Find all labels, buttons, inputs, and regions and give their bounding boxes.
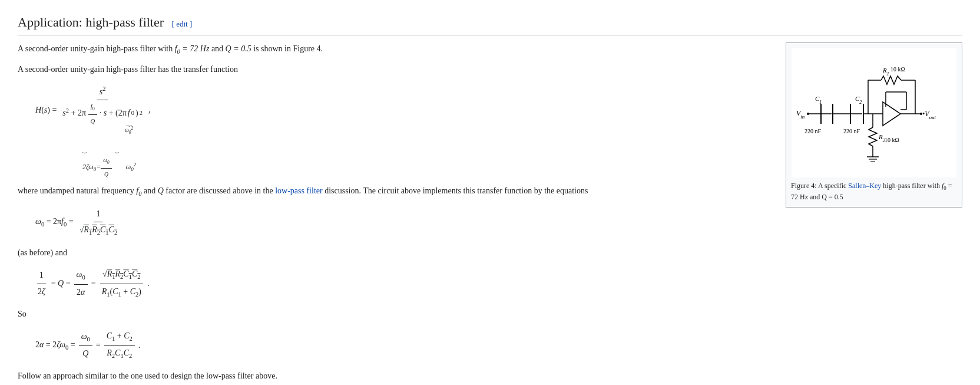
main-layout: A second-order unity-gain high-pass filt…: [18, 42, 962, 385]
section-title: Application: high-pass filter: [18, 15, 164, 29]
circuit-diagram: Vin C1 C2 •Vout: [792, 48, 956, 177]
as-before-text: (as before) and: [18, 246, 774, 259]
svg-text:220 nF: 220 nF: [804, 128, 822, 134]
paragraph-2: A second-order unity-gain high-pass filt…: [18, 63, 774, 76]
svg-rect-0: [792, 48, 956, 177]
figure-caption: Figure 4: A specific Sallen–Key high-pas…: [791, 181, 957, 202]
section-heading: Application: high-pass filter [ edit ]: [18, 12, 962, 35]
edit-link[interactable]: [ edit ]: [172, 19, 193, 28]
follow-paragraph: Follow an approach similar to the one us…: [18, 370, 774, 383]
transfer-function: H(s) = s2 s2 + 2π f0 Q · s + (2πf0)2 ⏟ ω…: [35, 84, 774, 136]
svg-text:10 kΩ: 10 kΩ: [885, 137, 899, 143]
where-paragraph: where undamped natural frequency f0 and …: [18, 185, 774, 199]
svg-text:10 kΩ: 10 kΩ: [890, 66, 905, 73]
content-area: A second-order unity-gain high-pass filt…: [18, 42, 774, 385]
low-pass-link[interactable]: low-pass filter: [275, 186, 322, 195]
tf-fraction: s2 s2 + 2π f0 Q · s + (2πf0)2 ⏟ ω02: [60, 84, 145, 136]
svg-point-2: [807, 113, 809, 115]
paragraph-1: A second-order unity-gain high-pass filt…: [18, 42, 774, 57]
omega-equation: ω0 = 2πf0 = 1 √R1R2C1C2: [35, 208, 774, 238]
svg-text:220 nF: 220 nF: [843, 128, 860, 134]
q-equation: 1 2ζ = Q = ω0 2α = √R1R2C1C2 R1(C1 + C2)…: [35, 268, 774, 300]
figure-box: Vin C1 C2 •Vout: [786, 42, 962, 208]
so-text: So: [18, 308, 774, 321]
sallen-key-link[interactable]: Sallen–Key: [848, 182, 881, 190]
underbrace-labels: ⏟ ⏟ 2ζω0=ω0Q ω02: [82, 144, 774, 179]
alpha-equation: 2α = 2ζω0 = ω0 Q = C1 + C2 R2C1C2 .: [35, 330, 774, 361]
